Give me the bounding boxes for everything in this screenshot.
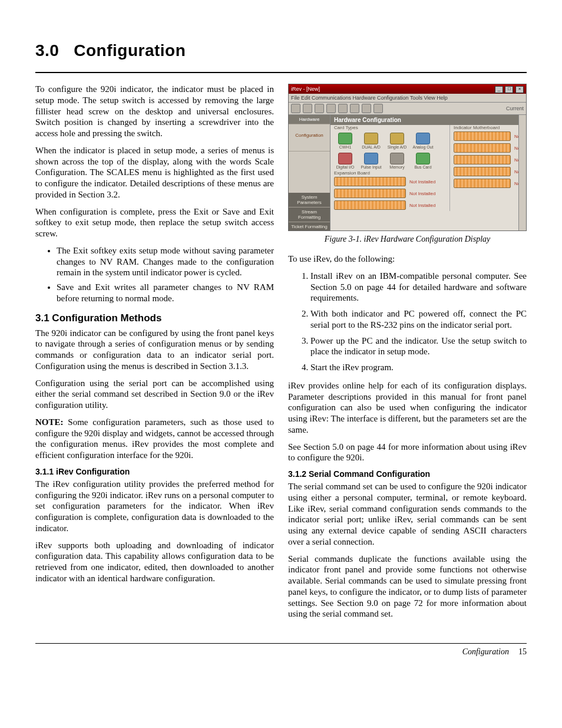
toolbar-icon[interactable] — [291, 104, 300, 113]
toolbar-icon[interactable] — [315, 104, 324, 113]
body-text: When the indicator is placed in setup mo… — [35, 145, 274, 200]
body-text: To configure the 920i indicator, the ind… — [35, 84, 274, 139]
body-text: The serial command set can be used to co… — [288, 481, 527, 548]
window-title: iRev - [New] — [291, 86, 320, 92]
section-title: Configuration — [74, 41, 186, 60]
menu-bar[interactable]: File Edit Communications Hardware Config… — [289, 94, 526, 103]
sidebar: Hardware Configuration System Parameters… — [289, 115, 330, 231]
minimize-icon[interactable]: _ — [495, 86, 503, 93]
card-type[interactable]: Bus Card — [412, 153, 434, 169]
maximize-icon[interactable]: □ — [505, 86, 513, 93]
note-text: NOTE: Some configuration parameters, suc… — [35, 417, 274, 461]
slot[interactable] — [454, 131, 511, 141]
body-text: When configuration is complete, press th… — [35, 206, 274, 239]
footer-section: Configuration — [462, 647, 509, 657]
body-text: See Section 5.0 on page 44 for more info… — [288, 442, 527, 464]
scrollbar[interactable] — [518, 115, 526, 231]
horizontal-rule — [35, 72, 527, 73]
figure-caption: Figure 3-1. iRev Hardware Configuration … — [288, 235, 527, 244]
list-item: Save and Exit writes all parameter chang… — [57, 282, 274, 304]
toolbar-icon[interactable] — [373, 104, 383, 113]
card-type[interactable]: DUAL A/D — [360, 133, 382, 149]
slot[interactable] — [454, 155, 511, 164]
slot[interactable] — [334, 177, 406, 186]
slot[interactable] — [334, 189, 406, 198]
expansion-label: Expansion Board — [330, 170, 449, 176]
list-item: With both indicator and PC powered off, … — [310, 308, 527, 331]
list-item: Install iRev on an IBM-compatible person… — [310, 271, 527, 304]
body-text: iRev supports both uploading and downloa… — [35, 540, 274, 584]
sidebar-item-ticket[interactable]: Ticket Formatting — [289, 222, 330, 231]
sidebar-item-configuration[interactable]: Configuration — [289, 124, 330, 151]
section-number: 3.0 — [35, 41, 59, 60]
body-text: Serial commands duplicate the functions … — [288, 554, 527, 620]
card-type[interactable]: Pulse Input — [360, 153, 382, 169]
heading-irev-config: 3.1.1 iRev Configuration — [35, 467, 274, 476]
list-item: The Exit softkey exits setup mode withou… — [57, 245, 274, 278]
slot[interactable] — [454, 179, 511, 188]
heading-config-methods: 3.1 Configuration Methods — [35, 312, 274, 324]
window-titlebar: iRev - [New] _ □ × — [289, 84, 526, 94]
horizontal-rule — [35, 643, 527, 644]
card-types-label: Card Types — [330, 125, 449, 130]
body-text: Configuration using the serial port can … — [35, 378, 274, 411]
figure-irev-screenshot: iRev - [New] _ □ × File Edit Communicati… — [288, 84, 527, 231]
panel-title: Hardware Configuration — [330, 115, 526, 125]
card-type[interactable]: Analog Out — [412, 133, 434, 149]
slot-status: Not Installed — [409, 191, 446, 196]
toolbar-label: Current — [506, 106, 524, 111]
slot-status: Not Installed — [409, 179, 446, 185]
list-item: Power up the PC and the indicator. Use t… — [310, 335, 527, 358]
toolbar-icon[interactable] — [303, 104, 312, 113]
toolbar-icon[interactable] — [350, 104, 359, 113]
body-text: To use iRev, do the following: — [288, 253, 527, 265]
body-text: iRev provides online help for each of it… — [288, 380, 527, 436]
body-text: The 920i indicator can be configured by … — [35, 328, 274, 372]
sidebar-item-hardware[interactable]: Hardware — [289, 115, 330, 124]
sidebar-item-stream[interactable]: Stream Formatting — [289, 207, 330, 222]
slot[interactable] — [454, 167, 511, 176]
heading-serial-config: 3.1.2 Serial Command Configuration — [288, 469, 527, 479]
card-type[interactable]: CWH1 — [334, 133, 356, 149]
toolbar-icon[interactable] — [338, 104, 348, 113]
body-text: The iRev configuration utility provides … — [35, 479, 274, 534]
motherboard-label: Indicator Motherboard — [450, 125, 526, 130]
page-number: 15 — [518, 647, 527, 657]
slot[interactable] — [334, 200, 406, 210]
slot[interactable] — [454, 143, 511, 153]
card-type[interactable]: Single A/D — [386, 133, 408, 149]
list-item: Start the iRev program. — [310, 362, 527, 373]
toolbar-icon[interactable] — [362, 104, 371, 113]
card-type[interactable]: Memory — [386, 153, 408, 169]
slot-status: Not Installed — [409, 203, 446, 208]
toolbar: Current — [289, 103, 526, 115]
toolbar-icon[interactable] — [326, 104, 336, 113]
close-icon[interactable]: × — [515, 86, 524, 93]
sidebar-item-system[interactable]: System Parameters — [289, 193, 330, 207]
note-label: NOTE: — [35, 417, 64, 427]
card-type[interactable]: Digital I/O — [334, 153, 356, 169]
